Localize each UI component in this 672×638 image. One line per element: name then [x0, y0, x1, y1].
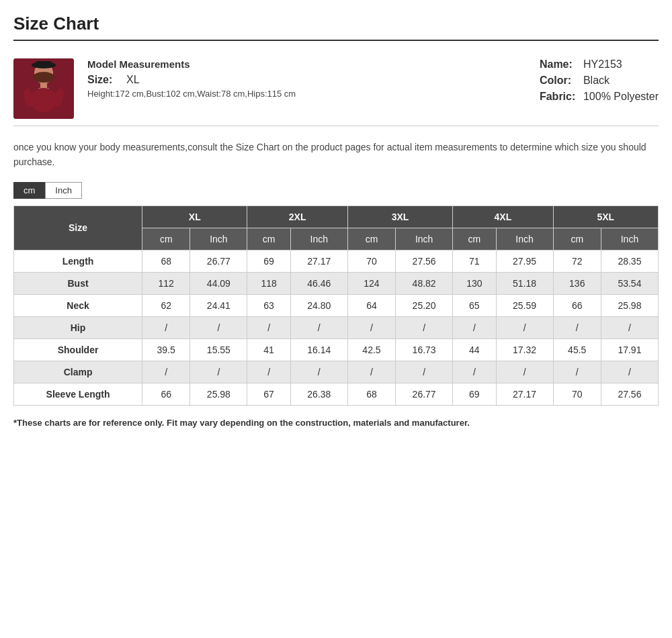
cell-cm: 69	[247, 250, 290, 272]
cell-cm: 130	[453, 272, 496, 294]
cell-inch: 48.82	[396, 272, 453, 294]
cell-inch: 15.55	[190, 338, 247, 361]
row-label: Hip	[14, 316, 142, 338]
svg-rect-5	[40, 83, 47, 88]
table-row: Sleeve Length6625.986726.386826.776927.1…	[14, 383, 659, 405]
size-table: Size XL 2XL 3XL 4XL 5XL cm Inch cm Inch …	[13, 206, 659, 406]
cell-inch: 26.77	[396, 383, 453, 405]
row-label: Sleeve Length	[14, 383, 142, 405]
cell-cm: 124	[347, 272, 395, 294]
table-row: Neck6224.416324.806425.206525.596625.98	[14, 294, 659, 316]
name-label: Name:	[540, 58, 583, 71]
row-label: Bust	[14, 272, 142, 294]
cell-inch: 51.18	[496, 272, 553, 294]
row-label: Clamp	[14, 361, 142, 383]
xl-inch-header: Inch	[190, 228, 247, 250]
cell-cm: 68	[347, 383, 395, 405]
svg-point-7	[30, 88, 57, 112]
cell-cm: 118	[247, 272, 290, 294]
cell-cm: 68	[142, 250, 190, 272]
cell-inch: 24.80	[290, 294, 347, 316]
cell-inch: 27.95	[496, 250, 553, 272]
row-label: Shoulder	[14, 338, 142, 361]
model-section: Model Measurements Size: XL Height:172 c…	[13, 52, 659, 126]
2xl-header: 2XL	[247, 206, 347, 228]
cell-cm: 39.5	[142, 338, 190, 361]
cell-cm: 66	[553, 294, 601, 316]
row-label: Length	[14, 250, 142, 272]
size-label: Size:	[87, 74, 121, 86]
cell-inch: /	[396, 361, 453, 383]
cell-inch: 26.38	[290, 383, 347, 405]
cell-cm: 41	[247, 338, 290, 361]
4xl-header: 4XL	[453, 206, 553, 228]
cell-cm: /	[347, 316, 395, 338]
cell-inch: /	[290, 316, 347, 338]
fabric-row: Fabric: 100% Polyester	[540, 91, 659, 103]
cell-inch: 16.73	[396, 338, 453, 361]
cell-cm: /	[142, 316, 190, 338]
cell-inch: 16.14	[290, 338, 347, 361]
cm-button[interactable]: cm	[13, 182, 45, 199]
cell-inch: 27.56	[396, 250, 453, 272]
cell-cm: 65	[453, 294, 496, 316]
cell-cm: 63	[247, 294, 290, 316]
cell-inch: /	[190, 361, 247, 383]
row-label: Neck	[14, 294, 142, 316]
cell-cm: 62	[142, 294, 190, 316]
3xl-header: 3XL	[347, 206, 452, 228]
model-size-row: Size: XL	[87, 74, 486, 86]
cell-cm: /	[247, 361, 290, 383]
cell-inch: 46.46	[290, 272, 347, 294]
cell-cm: 67	[247, 383, 290, 405]
cell-inch: 28.35	[601, 250, 658, 272]
model-image	[13, 58, 74, 119]
cell-inch: 17.32	[496, 338, 553, 361]
cell-cm: 136	[553, 272, 601, 294]
description-text: once you know your body measurements,con…	[13, 140, 659, 170]
footnote: *These charts are for reference only. Fi…	[13, 418, 659, 428]
cell-cm: 44	[453, 338, 496, 361]
model-info-left: Model Measurements Size: XL Height:172 c…	[87, 58, 486, 99]
color-value: Black	[583, 75, 610, 87]
cell-inch: 25.20	[396, 294, 453, 316]
model-measurements-title: Model Measurements	[87, 58, 486, 70]
cell-cm: 66	[142, 383, 190, 405]
footnote-text: *These charts are for reference only. Fi…	[13, 418, 470, 428]
color-row: Color: Black	[540, 75, 659, 87]
cell-cm: 42.5	[347, 338, 395, 361]
fabric-label: Fabric:	[540, 91, 583, 103]
cell-cm: /	[142, 361, 190, 383]
5xl-cm-header: cm	[553, 228, 601, 250]
cell-cm: 112	[142, 272, 190, 294]
table-row: Bust11244.0911846.4612448.8213051.181365…	[14, 272, 659, 294]
cell-cm: /	[553, 361, 601, 383]
cell-inch: /	[290, 361, 347, 383]
cell-inch: /	[190, 316, 247, 338]
fabric-value: 100% Polyester	[583, 91, 659, 103]
cell-inch: /	[496, 361, 553, 383]
inch-button[interactable]: Inch	[45, 182, 82, 199]
cell-inch: /	[601, 361, 658, 383]
table-row: Length6826.776927.177027.567127.957228.3…	[14, 250, 659, 272]
cell-cm: 71	[453, 250, 496, 272]
svg-point-4	[33, 72, 54, 83]
table-row: Clamp//////////	[14, 361, 659, 383]
4xl-inch-header: Inch	[496, 228, 553, 250]
cell-cm: 70	[553, 383, 601, 405]
5xl-header: 5XL	[553, 206, 658, 228]
cell-cm: /	[247, 316, 290, 338]
model-measurements-text: Height:172 cm,Bust:102 cm,Waist:78 cm,Hi…	[87, 89, 486, 99]
xl-header: XL	[142, 206, 247, 228]
table-row: Shoulder39.515.554116.1442.516.734417.32…	[14, 338, 659, 361]
size-value: XL	[126, 74, 140, 86]
3xl-inch-header: Inch	[396, 228, 453, 250]
color-label: Color:	[540, 75, 583, 87]
cell-inch: 44.09	[190, 272, 247, 294]
cell-cm: /	[453, 316, 496, 338]
model-info-right: Name: HY2153 Color: Black Fabric: 100% P…	[540, 58, 659, 103]
unit-toggle: cm Inch	[13, 182, 659, 199]
svg-rect-3	[36, 61, 52, 68]
name-row: Name: HY2153	[540, 58, 659, 71]
4xl-cm-header: cm	[453, 228, 496, 250]
